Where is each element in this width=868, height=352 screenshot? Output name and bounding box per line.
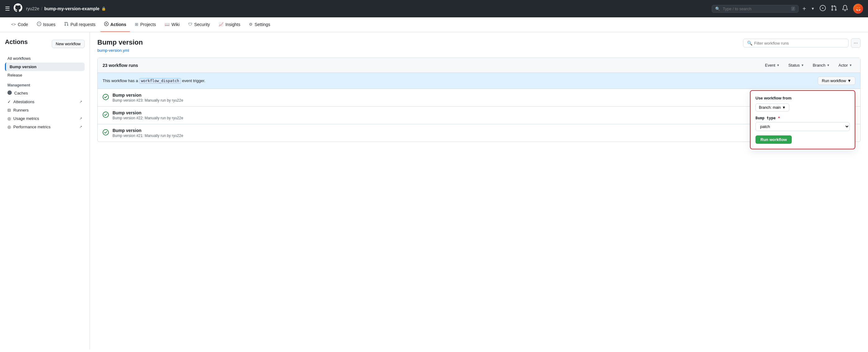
nav-item-issues[interactable]: Issues xyxy=(33,18,59,32)
nav-label-code: Code xyxy=(18,22,28,27)
user-avatar[interactable]: 🦊 xyxy=(853,4,863,13)
sidebar-item-all-workflows[interactable]: All workflows xyxy=(5,54,85,63)
filter-input-field[interactable] xyxy=(754,41,844,45)
sidebar-item-attestations[interactable]: ✓ Attestations ↗ xyxy=(5,98,85,106)
actor-filter-caret-icon: ▼ xyxy=(849,64,852,67)
actor-filter-button[interactable]: Actor ▼ xyxy=(835,62,855,69)
main-layout: Actions New workflow All workflows Bump … xyxy=(0,32,868,350)
issues-icon xyxy=(37,22,41,27)
nav-item-projects[interactable]: ⊞ Projects xyxy=(131,18,160,32)
runners-label: Runners xyxy=(13,108,29,113)
branch-select-button[interactable]: Branch: main ▼ xyxy=(755,103,789,111)
run-status-icon-21 xyxy=(103,129,109,137)
nav-item-actions[interactable]: Actions xyxy=(100,18,130,32)
event-filter-button[interactable]: Event ▼ xyxy=(762,62,783,69)
menu-toggle-icon[interactable]: ☰ xyxy=(5,5,10,12)
sidebar-item-bump-version[interactable]: Bump version xyxy=(5,63,85,71)
filter-workflow-runs-input[interactable]: 🔍 xyxy=(743,39,848,47)
run-workflow-popup: Use workflow from Branch: main ▼ Bump ty… xyxy=(750,90,855,149)
run-workflow-button[interactable]: Run workflow ▼ xyxy=(818,76,855,85)
global-search-box[interactable]: 🔍 / xyxy=(712,5,799,13)
branch-filter-caret-icon: ▼ xyxy=(827,64,830,67)
keyboard-shortcut-badge: / xyxy=(791,6,795,11)
nav-item-security[interactable]: 🛡 Security xyxy=(184,18,214,32)
runs-header: 23 workflow runs Event ▼ Status ▼ Branch… xyxy=(98,58,860,73)
plus-icon[interactable]: + xyxy=(802,5,806,12)
github-logo-icon[interactable] xyxy=(13,3,22,14)
dispatch-banner-text: This workflow has a workflow_dispatch ev… xyxy=(103,78,205,83)
workflow-file-link[interactable]: bump-version.yml xyxy=(97,48,129,53)
status-filter-button[interactable]: Status ▼ xyxy=(785,62,807,69)
event-filter-label: Event xyxy=(765,63,775,68)
branch-filter-button[interactable]: Branch ▼ xyxy=(810,62,833,69)
run-subtitle-21: Bump version #21: Manually run by ryu22e xyxy=(113,133,809,138)
repo-name[interactable]: bump-my-version-example xyxy=(44,6,99,11)
sidebar-item-release[interactable]: Release xyxy=(5,71,85,79)
nav-item-pull-requests[interactable]: Pull requests xyxy=(60,18,99,32)
repo-navigation: <> Code Issues Pull requests Actions ⊞ P… xyxy=(0,18,868,32)
path-separator: / xyxy=(41,6,42,11)
actor-filter-label: Actor xyxy=(839,63,848,68)
run-info-23: Bump version Bump version #23: Manually … xyxy=(113,93,838,102)
run-title-22[interactable]: Bump version xyxy=(113,110,838,115)
popup-run-workflow-button[interactable]: Run workflow xyxy=(755,135,792,144)
bump-type-select[interactable]: patch minor major xyxy=(755,122,850,131)
settings-icon: ⚙ xyxy=(249,22,253,27)
actions-icon xyxy=(104,22,108,27)
popup-title: Use workflow from xyxy=(755,96,850,100)
code-icon: <> xyxy=(11,22,16,27)
run-status-icon-23 xyxy=(103,94,109,102)
new-workflow-button[interactable]: New workflow xyxy=(52,40,85,48)
performance-metrics-arrow-icon: ↗ xyxy=(80,125,82,129)
attestations-icon: ✓ xyxy=(7,99,11,104)
run-row-23[interactable]: Bump version Bump version #23: Manually … xyxy=(98,89,860,106)
actions-sidebar: Actions New workflow All workflows Bump … xyxy=(0,32,90,350)
nav-item-insights[interactable]: 📈 Insights xyxy=(215,18,244,32)
run-title-21[interactable]: Bump version xyxy=(113,128,809,133)
lock-icon: 🔒 xyxy=(101,6,106,11)
nav-label-actions: Actions xyxy=(111,22,126,27)
title-area: Bump version bump-version.yml xyxy=(97,38,143,53)
username[interactable]: ryu22e xyxy=(26,6,39,11)
security-icon: 🛡 xyxy=(188,22,192,27)
branch-label: Branch: main xyxy=(759,105,781,110)
status-filter-caret-icon: ▼ xyxy=(801,64,804,67)
bump-type-label: Bump type * xyxy=(755,116,850,120)
caches-label: Caches xyxy=(14,91,28,95)
run-subtitle-23: Bump version #23: Manually run by ryu22e xyxy=(113,98,838,102)
search-input[interactable] xyxy=(723,6,788,11)
topnav-icons: + ▼ 🦊 xyxy=(802,4,863,13)
sidebar-item-runners[interactable]: ⊟ Runners xyxy=(5,106,85,114)
run-title-23[interactable]: Bump version xyxy=(113,93,838,98)
nav-item-wiki[interactable]: 📖 Wiki xyxy=(161,18,183,32)
runs-container: 23 workflow runs Event ▼ Status ▼ Branch… xyxy=(97,58,861,142)
sidebar-title: Actions xyxy=(5,38,28,45)
run-row-21[interactable]: Bump version Bump version #21: Manually … xyxy=(98,124,860,141)
more-options-button[interactable]: ··· xyxy=(851,38,861,48)
run-row-22[interactable]: Bump version Bump version #22: Manually … xyxy=(98,106,860,124)
nav-label-insights: Insights xyxy=(225,22,240,27)
performance-metrics-icon: ◎ xyxy=(7,125,11,129)
usage-metrics-arrow-icon: ↗ xyxy=(80,117,82,121)
issues-circle-icon[interactable] xyxy=(819,5,826,13)
nav-label-pull-requests: Pull requests xyxy=(70,22,95,27)
nav-item-code[interactable]: <> Code xyxy=(7,18,32,32)
sidebar-item-performance-metrics[interactable]: ◎ Performance metrics ↗ xyxy=(5,123,85,131)
performance-metrics-label: Performance metrics xyxy=(13,125,51,129)
sidebar-item-caches[interactable]: Caches xyxy=(5,89,85,98)
runs-count: 23 workflow runs xyxy=(103,63,138,68)
pull-request-icon[interactable] xyxy=(831,5,837,13)
notifications-icon[interactable] xyxy=(842,5,848,13)
nav-label-settings: Settings xyxy=(254,22,270,27)
workflow-title: Bump version xyxy=(97,38,143,46)
nav-label-projects: Projects xyxy=(140,22,156,27)
search-icon: 🔍 xyxy=(715,6,720,11)
nav-item-settings[interactable]: ⚙ Settings xyxy=(245,18,274,32)
sidebar-item-usage-metrics[interactable]: ◎ Usage metrics ↗ xyxy=(5,114,85,123)
dropdown-caret-icon[interactable]: ▼ xyxy=(811,6,815,11)
run-info-21: Bump version Bump version #21: Manually … xyxy=(113,128,809,138)
run-workflow-dropdown: Run workflow ▼ Use workflow from Branch:… xyxy=(818,76,855,85)
nav-label-issues: Issues xyxy=(43,22,56,27)
run-info-22: Bump version Bump version #22: Manually … xyxy=(113,110,838,120)
status-filter-label: Status xyxy=(788,63,800,68)
